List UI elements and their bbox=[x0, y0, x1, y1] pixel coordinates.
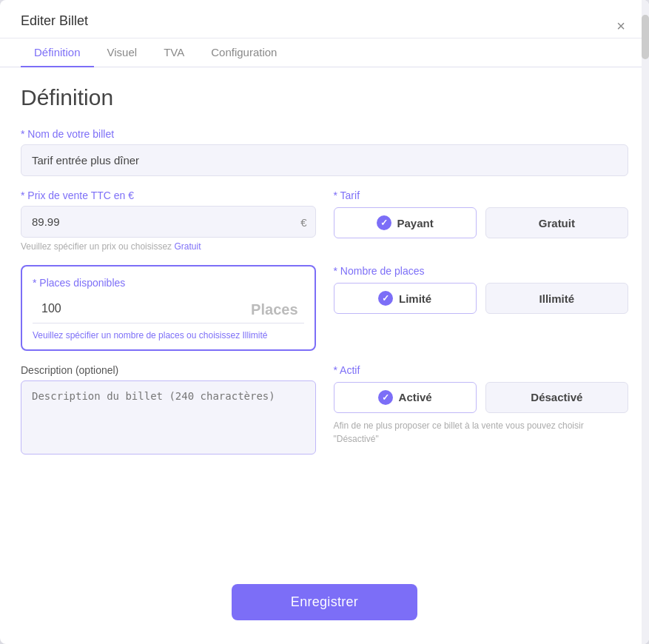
places-hint: Veuillez spécifier un nombre de places o… bbox=[33, 329, 304, 342]
description-label: Description (optionel) bbox=[21, 364, 316, 376]
prix-input[interactable] bbox=[21, 206, 316, 238]
nom-label: * Nom de votre billet bbox=[21, 128, 628, 140]
description-textarea[interactable] bbox=[21, 380, 316, 455]
scrollbar-thumb[interactable] bbox=[642, 15, 649, 59]
actif-active-label: Activé bbox=[399, 391, 432, 403]
section-title: Définition bbox=[21, 85, 628, 110]
modal: Editer Billet × Définition Visuel TVA Co… bbox=[0, 0, 649, 644]
close-button[interactable]: × bbox=[613, 16, 628, 36]
places-section: * Places disponibles Places Veuillez spé… bbox=[21, 265, 316, 351]
actif-group: ✓ Activé Désactivé bbox=[334, 382, 629, 413]
modal-title: Editer Billet bbox=[21, 13, 88, 38]
prix-col: * Prix de vente TTC en € € Veuillez spéc… bbox=[21, 189, 316, 252]
nombre-group: ✓ Limité Illimité bbox=[334, 283, 629, 314]
places-input-wrap: Places bbox=[33, 295, 304, 323]
actif-desactive-btn[interactable]: Désactivé bbox=[485, 382, 628, 413]
modal-body: Définition * Nom de votre billet * Prix … bbox=[0, 67, 649, 572]
prix-hint: Veuillez spécifier un prix ou choisissez… bbox=[21, 241, 316, 252]
nom-input[interactable] bbox=[21, 144, 628, 176]
save-button[interactable]: Enregistrer bbox=[232, 584, 417, 620]
actif-active-check: ✓ bbox=[378, 390, 393, 405]
modal-footer: Enregistrer bbox=[0, 572, 649, 626]
tab-tva[interactable]: TVA bbox=[150, 38, 198, 67]
places-label: * Places disponibles bbox=[33, 277, 304, 289]
actif-active-btn[interactable]: ✓ Activé bbox=[334, 382, 477, 413]
tab-visuel[interactable]: Visuel bbox=[94, 38, 151, 67]
nombre-illimite-label: Illimité bbox=[539, 292, 575, 305]
actif-desactive-label: Désactivé bbox=[531, 391, 582, 403]
actif-hint: Afin de ne plus proposer ce billet à la … bbox=[334, 419, 629, 446]
tabs-container: Définition Visuel TVA Configuration bbox=[0, 38, 649, 67]
nombre-limite-btn[interactable]: ✓ Limité bbox=[334, 283, 477, 314]
tab-configuration[interactable]: Configuration bbox=[198, 38, 290, 67]
nombre-col: * Nombre de places ✓ Limité Illimité bbox=[334, 265, 629, 351]
places-col: * Places disponibles Places Veuillez spé… bbox=[21, 265, 316, 351]
prix-tarif-row: * Prix de vente TTC en € € Veuillez spéc… bbox=[21, 189, 628, 252]
nom-field: * Nom de votre billet bbox=[21, 128, 628, 176]
prix-input-wrap: € bbox=[21, 206, 316, 238]
actif-col: * Actif ✓ Activé Désactivé Afin de ne pl… bbox=[334, 364, 629, 457]
prix-hint-text: Veuillez spécifier un prix ou choisissez bbox=[21, 241, 172, 252]
prix-label: * Prix de vente TTC en € bbox=[21, 189, 316, 201]
tarif-payant-btn[interactable]: ✓ Payant bbox=[334, 207, 477, 238]
tarif-label: * Tarif bbox=[334, 189, 629, 201]
nombre-label: * Nombre de places bbox=[334, 265, 629, 277]
nombre-limite-check: ✓ bbox=[378, 291, 393, 306]
places-nombre-row: * Places disponibles Places Veuillez spé… bbox=[21, 265, 628, 351]
tab-definition[interactable]: Définition bbox=[21, 38, 94, 67]
description-col: Description (optionel) bbox=[21, 364, 316, 457]
prix-suffix: € bbox=[300, 215, 306, 228]
tarif-group: ✓ Payant Gratuit bbox=[334, 207, 629, 238]
tarif-col: * Tarif ✓ Payant Gratuit bbox=[334, 189, 629, 252]
tarif-gratuit-btn[interactable]: Gratuit bbox=[485, 207, 628, 238]
nombre-limite-label: Limité bbox=[399, 292, 431, 305]
tarif-payant-check: ✓ bbox=[377, 215, 391, 230]
modal-header: Editer Billet × bbox=[0, 0, 649, 38]
description-actif-row: Description (optionel) * Actif ✓ Activé … bbox=[21, 364, 628, 457]
nombre-illimite-btn[interactable]: Illimité bbox=[485, 283, 628, 314]
tarif-gratuit-label: Gratuit bbox=[539, 217, 575, 229]
prix-hint-link[interactable]: Gratuit bbox=[174, 241, 201, 252]
scrollbar-track bbox=[642, 0, 649, 644]
actif-label: * Actif bbox=[334, 364, 629, 376]
places-suffix: Places bbox=[251, 301, 297, 318]
tarif-payant-label: Payant bbox=[397, 217, 434, 229]
